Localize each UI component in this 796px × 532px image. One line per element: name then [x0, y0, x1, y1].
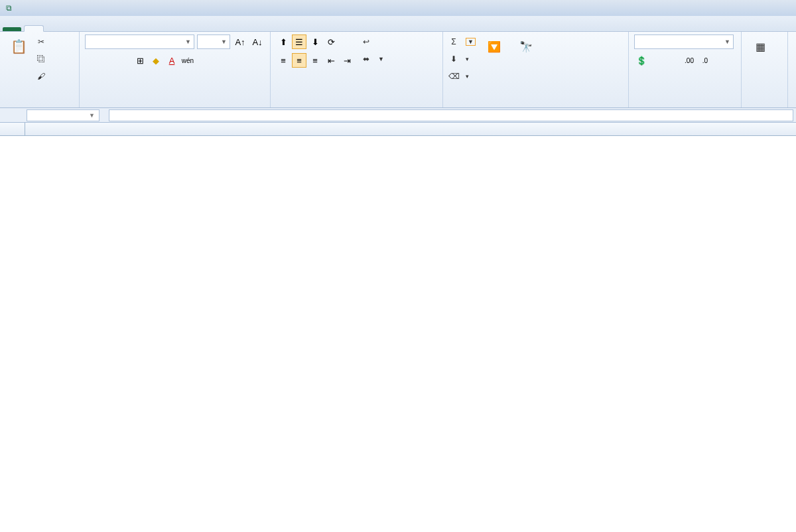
align-top-icon[interactable]: ⬆ — [276, 34, 291, 49]
formula-bar: ▼ — [0, 108, 796, 123]
formula-input[interactable] — [109, 109, 793, 121]
paste-icon: 📋 — [8, 36, 29, 57]
sigma-icon: Σ — [448, 36, 459, 47]
undo-icon[interactable] — [29, 2, 41, 14]
binoculars-icon: 🔭 — [515, 36, 537, 57]
decrease-font-icon[interactable]: A↓ — [250, 34, 265, 49]
indent-inc-icon[interactable]: ⇥ — [340, 53, 354, 68]
group-editing: Σ▼ ⬇▾ ⌫▾ 🔽 🔭 — [443, 32, 629, 107]
group-number: ▼ 💲 .00 .0 — [629, 32, 742, 107]
group-clipboard: 📋 ✂ ⿻ 🖌 — [0, 32, 80, 107]
brush-icon: 🖌 — [36, 71, 46, 82]
wrap-icon: ↩ — [361, 36, 371, 47]
merge-button[interactable]: ⬌▼ — [361, 52, 384, 66]
fill-icon: ⬇ — [448, 54, 459, 64]
font-name-combo[interactable]: ▼ — [85, 34, 194, 49]
increase-font-icon[interactable]: A↑ — [233, 34, 247, 49]
percent-icon[interactable] — [650, 53, 665, 68]
excel-icon: ⧉ — [3, 2, 15, 14]
bold-button[interactable] — [85, 53, 100, 68]
tab-layout[interactable] — [62, 26, 81, 31]
scissors-icon: ✂ — [36, 36, 46, 47]
tab-data[interactable] — [100, 26, 118, 31]
number-label — [634, 105, 736, 106]
merge-icon: ⬌ — [361, 54, 371, 64]
group-align: ⬆ ☰ ⬇ ⟳ ≡ ≡ ≡ ⇤ ⇥ ↩ ⬌▼ — [271, 32, 443, 107]
sort-button[interactable]: 🔽 — [481, 34, 507, 60]
align-left-icon[interactable]: ≡ — [276, 53, 291, 68]
tab-view[interactable] — [137, 26, 155, 31]
clear-button[interactable]: ⌫▾ — [448, 69, 476, 84]
currency-icon[interactable]: 💲 — [634, 53, 649, 68]
underline-button[interactable] — [117, 53, 131, 68]
group-font: ▼ ▼ A↑ A↓ ⊞ ◆ A wén — [80, 32, 271, 107]
ribbon-tabs — [0, 16, 796, 32]
title-bar: ⧉ — [0, 0, 796, 16]
decrease-decimal-icon[interactable]: .0 — [698, 53, 712, 68]
editing-label — [448, 105, 623, 106]
tab-formula[interactable] — [81, 26, 100, 31]
cond-format-icon: ▦ — [750, 36, 771, 57]
italic-button[interactable] — [101, 53, 115, 68]
conditional-format-button[interactable]: ▦ — [747, 34, 773, 60]
eraser-icon: ⌫ — [448, 71, 459, 82]
cut-button[interactable]: ✂ — [36, 34, 49, 49]
group-cond: ▦ — [742, 32, 788, 107]
ribbon: 📋 ✂ ⿻ 🖌 ▼ ▼ A↑ A↓ ⊞ ◆ — [0, 32, 796, 108]
align-label — [276, 105, 437, 106]
autosum-button[interactable]: Σ▼ — [448, 34, 476, 49]
tab-review[interactable] — [118, 26, 137, 31]
wrap-button[interactable]: ↩ — [361, 34, 384, 49]
font-color-button[interactable]: A — [165, 53, 179, 68]
spreadsheet-grid — [0, 123, 796, 136]
copy-icon: ⿻ — [36, 54, 46, 64]
font-size-combo[interactable]: ▼ — [197, 34, 230, 49]
sort-icon: 🔽 — [484, 36, 505, 57]
align-bottom-icon[interactable]: ⬇ — [308, 34, 322, 49]
align-right-icon[interactable]: ≡ — [308, 53, 322, 68]
comma-icon[interactable] — [666, 53, 681, 68]
find-button[interactable]: 🔭 — [513, 34, 539, 60]
copy-button[interactable]: ⿻ — [36, 52, 49, 66]
fill-button[interactable]: ⬇▾ — [448, 52, 476, 66]
font-label — [85, 105, 265, 106]
tab-insert[interactable] — [44, 26, 62, 31]
border-button[interactable]: ⊞ — [133, 53, 147, 68]
tab-home[interactable] — [24, 25, 44, 32]
column-headers — [0, 123, 796, 136]
save-icon[interactable] — [16, 2, 28, 14]
clipboard-label — [5, 105, 74, 106]
align-center-icon[interactable]: ≡ — [292, 53, 306, 68]
tab-file[interactable] — [3, 27, 21, 31]
tab-team[interactable] — [155, 26, 174, 31]
phonetic-button[interactable]: wén — [180, 53, 195, 68]
increase-decimal-icon[interactable]: .00 — [682, 53, 696, 68]
number-format-combo[interactable]: ▼ — [634, 34, 734, 49]
align-middle-icon[interactable]: ☰ — [292, 34, 306, 49]
brush-button[interactable]: 🖌 — [36, 69, 49, 84]
name-box[interactable]: ▼ — [27, 109, 100, 121]
quick-access-toolbar: ⧉ — [3, 2, 54, 14]
indent-dec-icon[interactable]: ⇤ — [324, 53, 338, 68]
select-all-corner[interactable] — [0, 123, 25, 135]
paste-button[interactable]: 📋 — [5, 34, 32, 60]
redo-icon[interactable] — [42, 2, 54, 14]
orientation-icon[interactable]: ⟳ — [324, 34, 338, 49]
fill-color-button[interactable]: ◆ — [149, 53, 163, 68]
